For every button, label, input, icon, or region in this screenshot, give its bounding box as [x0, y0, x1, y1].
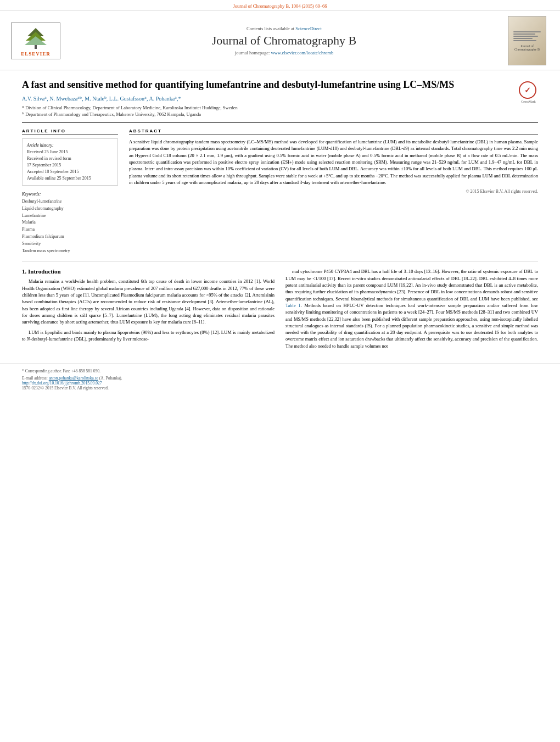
- intro-para-2-cont: mal cytochrome P450 CYP3A4 and DBL has a…: [285, 268, 538, 349]
- page-footer: * Corresponding author. Fax: +46 858 581…: [0, 364, 560, 395]
- svg-rect-0: [35, 44, 37, 49]
- journal-homepage: journal homepage: www.elsevier.com/locat…: [71, 50, 497, 55]
- keyword-item: Liquid chromatography: [22, 205, 118, 213]
- keyword-item: Plasmodium falciparum: [22, 233, 118, 241]
- main-content: A fast and sensitive method for quantify…: [0, 70, 560, 364]
- footer-email: E-mail address: anton.pohanka@karolinska…: [22, 376, 538, 381]
- elsevier-logo: ELSEVIER: [11, 23, 60, 59]
- article-title-text: A fast and sensitive method for quantify…: [22, 79, 511, 118]
- section-divider: [22, 261, 538, 261]
- email-link[interactable]: anton.pohanka@karolinska.se: [49, 376, 98, 381]
- copyright-line: © 2015 Elsevier B.V. All rights reserved…: [129, 189, 538, 194]
- article-affiliations: ᵃ Division of Clinical Pharmacology, Dep…: [22, 105, 511, 118]
- article-title-section: A fast and sensitive method for quantify…: [22, 79, 538, 123]
- keyword-item: Plasma: [22, 226, 118, 233]
- journal-header: ELSEVIER Contents lists available at Sci…: [0, 10, 560, 70]
- intro-heading: 1. Introduction: [22, 268, 275, 275]
- intro-para-1: Malaria remains a worldwide health probl…: [22, 278, 275, 325]
- affiliation-a: ᵃ Division of Clinical Pharmacology, Dep…: [22, 105, 511, 111]
- available-online: Available online 25 September 2015: [27, 175, 113, 182]
- article-body: ARTICLE INFO Article history: Received 2…: [22, 129, 538, 254]
- accepted-entry: Accepted 18 September 2015: [27, 169, 113, 175]
- intro-right-column: mal cytochrome P450 CYP3A4 and DBL has a…: [285, 268, 538, 353]
- crossmark-logo: ✓ CrossMark: [519, 81, 538, 103]
- crossmark-circle: ✓: [519, 81, 536, 99]
- intro-text-left: Malaria remains a worldwide health probl…: [22, 278, 275, 342]
- affiliation-b: ᵇ Department of Pharmacology and Therape…: [22, 111, 511, 118]
- keyword-item: Desbutyl-lumefantrine: [22, 198, 118, 205]
- footer-star-note: * Corresponding author. Fax: +46 858 581…: [22, 369, 538, 373]
- intro-left-column: 1. Introduction Malaria remains a worldw…: [22, 268, 275, 353]
- journal-citation: Journal of Chromatography B, 1004 (2015)…: [233, 3, 327, 9]
- keyword-item: Sensitivity: [22, 241, 118, 248]
- doi-link: http://dx.doi.org/10.1016/j.jchromb.2015…: [22, 381, 538, 386]
- science-direct-link: Contents lists available at ScienceDirec…: [71, 26, 497, 31]
- footer-issn: 1570-0232/© 2015 Elsevier B.V. All right…: [22, 386, 538, 390]
- article-info-col: ARTICLE INFO Article history: Received 2…: [22, 129, 118, 254]
- article-main-title: A fast and sensitive method for quantify…: [22, 79, 511, 91]
- abstract-header: ABSTRACT: [129, 129, 538, 135]
- received-revised-label: Received in revised form: [27, 155, 113, 162]
- abstract-text: A sensitive liquid chromatography tandem…: [129, 138, 538, 186]
- intro-para-2-start: LUM is lipophilic and binds mainly to pl…: [22, 329, 275, 343]
- received-revised-date: 17 September 2015: [27, 162, 113, 169]
- corresponding-author-note: * Corresponding author. Fax: +46 858 581…: [22, 369, 100, 373]
- article-authors: A.V. Silvaᵃ, N. Mwebazaᵃᵇ, M. Ntaleᵇ, L.…: [22, 96, 511, 102]
- article-abstract-col: ABSTRACT A sensitive liquid chromatograp…: [129, 129, 538, 254]
- keywords-section: Keywords: Desbutyl-lumefantrineLiquid ch…: [22, 191, 118, 254]
- journal-title-header: Journal of Chromatography B: [71, 34, 497, 48]
- keywords-list: Desbutyl-lumefantrineLiquid chromatograp…: [22, 198, 118, 254]
- journal-top-bar: Journal of Chromatography B, 1004 (2015)…: [0, 0, 560, 10]
- history-label: Article history:: [27, 142, 113, 149]
- article-info-header: ARTICLE INFO: [22, 129, 118, 135]
- intro-text-right: mal cytochrome P450 CYP3A4 and DBL has a…: [285, 268, 538, 349]
- keyword-item: Malaria: [22, 219, 118, 226]
- homepage-link[interactable]: www.elsevier.com/locate/chromb: [271, 50, 333, 55]
- keyword-item: Tandem mass spectrometry: [22, 248, 118, 255]
- elsevier-wordmark: ELSEVIER: [14, 51, 58, 57]
- article-history-box: Article history: Received 25 June 2015 R…: [22, 138, 118, 186]
- journal-header-center: Contents lists available at ScienceDirec…: [60, 26, 508, 55]
- received-entry: Received 25 June 2015: [27, 149, 113, 155]
- journal-cover: Journal ofChromatography B: [508, 16, 549, 65]
- two-column-section: 1. Introduction Malaria remains a worldw…: [22, 268, 538, 353]
- science-direct-anchor[interactable]: ScienceDirect: [295, 26, 322, 31]
- keyword-item: Lumefantrine: [22, 213, 118, 220]
- keywords-label: Keywords:: [22, 191, 118, 198]
